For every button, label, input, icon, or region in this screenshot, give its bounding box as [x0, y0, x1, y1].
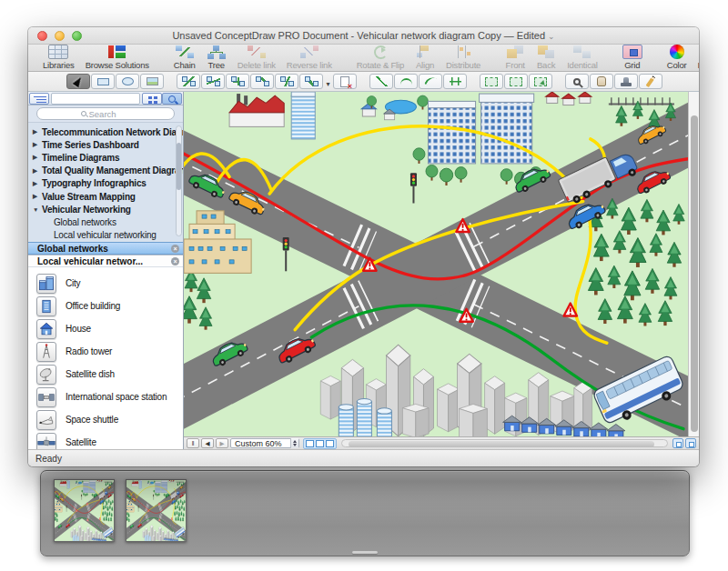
- horizontal-scrollbar-thumb[interactable]: [349, 441, 654, 447]
- toolbar-button-distribute[interactable]: Distribute: [440, 45, 486, 70]
- toolbar-button-align[interactable]: Align: [410, 45, 440, 70]
- tool-connectors-more[interactable]: [324, 74, 332, 89]
- search-toggle-icon[interactable]: [162, 93, 182, 105]
- tree-item-local-vehicular-networking[interactable]: Local vehicular networking: [28, 229, 183, 242]
- page-thumbnail-2[interactable]: [126, 479, 187, 542]
- desktop: Unsaved ConceptDraw PRO Document - Vehic…: [0, 0, 728, 571]
- library-item-international-space-station[interactable]: International space station: [28, 386, 183, 408]
- search-row: [28, 105, 183, 123]
- toolbar-button-inspectors[interactable]: Inspectors: [692, 45, 699, 70]
- library-list: City Office building: [28, 267, 183, 449]
- grid-view-icon[interactable]: [142, 93, 162, 105]
- prev-page-button[interactable]: ◀: [201, 438, 214, 448]
- toolbar-button-reverse-link[interactable]: Reverse link: [281, 45, 338, 70]
- title-chevron-icon[interactable]: ⌄: [548, 32, 555, 41]
- tree-item-timeline-diagrams[interactable]: Timeline Diagrams: [28, 151, 183, 164]
- close-library-icon[interactable]: ×: [171, 245, 179, 253]
- library-item-satellite-dish[interactable]: Satellite dish: [28, 363, 183, 386]
- tool-connector-spline[interactable]: [275, 74, 298, 89]
- library-item-house[interactable]: House: [28, 317, 183, 340]
- tree-item-total-quality-management-diagrams[interactable]: Total Quality Management Diagrams: [28, 165, 183, 177]
- tree-item-typography-infographics[interactable]: Typography Infographics: [28, 177, 183, 190]
- tool-connector-round[interactable]: [299, 74, 323, 89]
- toolbar-button-tree[interactable]: Tree: [201, 45, 232, 70]
- tray-handle[interactable]: [352, 551, 378, 554]
- toolbar-button-rotate-flip[interactable]: Rotate & Flip: [351, 45, 410, 70]
- tool-draw-divide[interactable]: [443, 74, 467, 89]
- panel-list-icon[interactable]: [29, 93, 49, 105]
- tree-item-vehicular-networking[interactable]: Vehicular Networking: [28, 203, 183, 215]
- tool-icon: [485, 77, 498, 86]
- tool-select-region[interactable]: [504, 74, 528, 89]
- library-item-office-building[interactable]: Office building: [28, 295, 183, 317]
- library-tab-local-vehicular-networking[interactable]: Local vehicular networ... ×: [28, 255, 183, 267]
- library-item-radio-tower[interactable]: Radio tower: [28, 340, 183, 363]
- page-box-3[interactable]: [326, 440, 334, 447]
- tool-ellipse[interactable]: [116, 74, 139, 89]
- tool-rectangle[interactable]: [91, 74, 115, 89]
- toolbar-button-icon: [299, 45, 319, 59]
- library-item-icon: [36, 387, 56, 407]
- page-thumbnail-1[interactable]: [54, 479, 115, 542]
- library-item-icon: [36, 342, 56, 362]
- tool-select[interactable]: [66, 74, 90, 89]
- tool-image[interactable]: [140, 74, 164, 89]
- toolbar-button-browse-solutions[interactable]: Browse Solutions: [80, 45, 155, 70]
- pause-button[interactable]: ‖: [187, 438, 199, 448]
- tree-item-global-networks[interactable]: Global networks: [28, 215, 183, 228]
- tool-icon: [256, 76, 269, 86]
- tool-connector-direct[interactable]: [177, 74, 200, 89]
- search-input[interactable]: [89, 109, 131, 119]
- toolbar-button-identical[interactable]: Identical: [561, 45, 603, 70]
- toolbar-button-front[interactable]: Front: [500, 45, 531, 70]
- toolbar-button-icon: [247, 45, 267, 59]
- tool-pan[interactable]: [590, 74, 613, 89]
- tree-scrollbar-thumb[interactable]: [177, 143, 181, 190]
- tool-stamp[interactable]: [614, 74, 638, 89]
- tool-connector-curve[interactable]: [250, 74, 274, 89]
- library-item-satellite[interactable]: Satellite: [28, 431, 183, 449]
- tool-draw-bezier[interactable]: [419, 74, 442, 89]
- toolbar-button-delete-link[interactable]: Delete link: [232, 45, 281, 70]
- fit-page-icon[interactable]: [672, 438, 683, 448]
- tool-icon: [646, 75, 655, 87]
- search-box[interactable]: [36, 107, 175, 120]
- tool-zoom[interactable]: [565, 74, 589, 89]
- tool-pencil[interactable]: [639, 74, 662, 89]
- next-page-button[interactable]: ▶: [216, 438, 228, 448]
- toolbar-button-libraries[interactable]: Libraries: [37, 45, 80, 70]
- toolbar-button-back[interactable]: Back: [531, 45, 561, 70]
- vertical-scrollbar[interactable]: [688, 92, 699, 436]
- vehicular-network-diagram[interactable]: [184, 92, 688, 436]
- page-box-1[interactable]: [306, 440, 314, 447]
- library-tab-global-networks[interactable]: Global networks ×: [28, 242, 183, 255]
- library-item-space-shuttle[interactable]: Space shuttle: [28, 408, 183, 431]
- tool-connector-elbow[interactable]: [226, 74, 249, 89]
- tool-groups: [66, 74, 663, 89]
- titlebar[interactable]: Unsaved ConceptDraw PRO Document - Vehic…: [28, 27, 699, 45]
- toolbar-button-color[interactable]: Color: [662, 45, 693, 70]
- toolbar-button-icon: [415, 45, 435, 59]
- zoom-level-select[interactable]: Custom 60%: [230, 438, 299, 448]
- toolbar-button-grid[interactable]: Grid: [617, 45, 648, 70]
- tool-connector-arc[interactable]: [201, 74, 225, 89]
- tool-disconnect[interactable]: [333, 74, 357, 89]
- close-library-icon[interactable]: ×: [171, 257, 179, 265]
- page-box-2[interactable]: [316, 440, 324, 447]
- horizontal-scrollbar[interactable]: [341, 439, 668, 447]
- zoom-stepper-icon[interactable]: [290, 438, 298, 448]
- tool-draw-arc[interactable]: [394, 74, 418, 89]
- toolbar-button-chain[interactable]: Chain: [168, 45, 201, 70]
- tree-scrollbar[interactable]: [176, 125, 182, 236]
- window-title: Unsaved ConceptDraw PRO Document - Vehic…: [28, 30, 699, 41]
- tree-item-value-stream-mapping[interactable]: Value Stream Mapping: [28, 190, 183, 203]
- tree-item-time-series-dashboard[interactable]: Time Series Dashboard: [28, 138, 183, 151]
- library-item-city[interactable]: City: [28, 272, 183, 295]
- drawing-canvas[interactable]: [184, 92, 699, 436]
- tool-move-region[interactable]: [529, 74, 552, 89]
- tool-reshape[interactable]: [480, 74, 503, 89]
- fit-selection-icon[interactable]: [685, 438, 696, 448]
- vertical-scrollbar-thumb[interactable]: [691, 115, 698, 432]
- tool-draw-line[interactable]: [369, 74, 393, 89]
- tree-item-telecommunication-network-diagrams[interactable]: Telecommunication Network Diagrams: [28, 125, 183, 138]
